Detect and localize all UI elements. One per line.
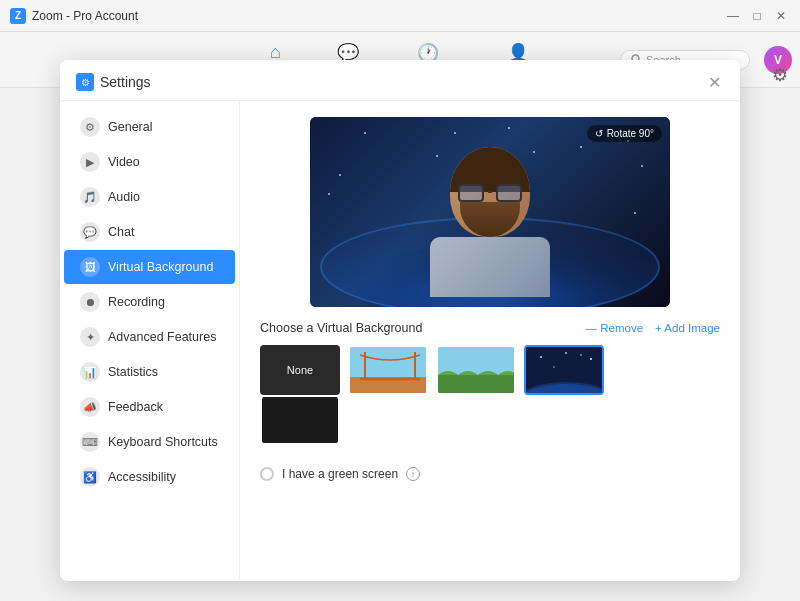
- general-icon: ⚙: [80, 117, 100, 137]
- glass-bridge: [488, 191, 492, 195]
- vbg-thumbnails-row2: [260, 395, 720, 445]
- rotate-button[interactable]: ↺ Rotate 90°: [587, 125, 662, 142]
- golden-gate-svg: [350, 347, 428, 395]
- close-button[interactable]: ✕: [772, 7, 790, 25]
- add-image-button[interactable]: + Add Image: [655, 322, 720, 334]
- person-glasses: [458, 182, 522, 204]
- virtual-bg-icon: 🖼: [80, 257, 100, 277]
- svg-point-12: [590, 358, 592, 360]
- app-icon: Z: [10, 8, 26, 24]
- preview-video-frame: [310, 117, 670, 307]
- thumb-none[interactable]: None: [260, 345, 340, 395]
- golden-gate-img: [350, 347, 426, 393]
- thumb-dark[interactable]: [260, 395, 340, 445]
- sidebar-item-general[interactable]: ⚙ General: [64, 110, 235, 144]
- svg-point-14: [580, 354, 582, 356]
- glass-left: [458, 184, 484, 202]
- sidebar-item-audio[interactable]: 🎵 Audio: [64, 180, 235, 214]
- green-screen-row: I have a green screen i: [260, 467, 720, 481]
- sidebar-label-accessibility: Accessibility: [108, 470, 176, 484]
- audio-icon: 🎵: [80, 187, 100, 207]
- green-screen-label: I have a green screen: [282, 467, 398, 481]
- sidebar-label-vbg: Virtual Background: [108, 260, 213, 274]
- app-title: Zoom - Pro Account: [32, 9, 138, 23]
- sidebar-label-advanced: Advanced Features: [108, 330, 216, 344]
- sidebar-label-recording: Recording: [108, 295, 165, 309]
- modal-header: ⚙ Settings ✕: [60, 60, 740, 101]
- info-icon[interactable]: i: [406, 467, 420, 481]
- sidebar-label-audio: Audio: [108, 190, 140, 204]
- svg-point-10: [540, 356, 542, 358]
- thumb-none-label: None: [287, 364, 313, 376]
- person-figure: [420, 147, 560, 307]
- sidebar-label-general: General: [108, 120, 152, 134]
- statistics-icon: 📊: [80, 362, 100, 382]
- remove-button[interactable]: — Remove: [586, 322, 644, 334]
- sidebar-item-keyboard[interactable]: ⌨ Keyboard Shortcuts: [64, 425, 235, 459]
- green-screen-radio[interactable]: [260, 467, 274, 481]
- person-body: [430, 237, 550, 297]
- green-field-img: [438, 347, 514, 393]
- sidebar-label-feedback: Feedback: [108, 400, 163, 414]
- modal-body: ⚙ General ▶ Video 🎵 Audio 💬 Chat 🖼 Virtu…: [60, 101, 740, 581]
- video-preview: ↺ Rotate 90°: [310, 117, 670, 307]
- accessibility-icon: ♿: [80, 467, 100, 487]
- dark-img: [262, 397, 338, 443]
- recording-icon: ⏺: [80, 292, 100, 312]
- sidebar-item-statistics[interactable]: 📊 Statistics: [64, 355, 235, 389]
- gear-icon[interactable]: ⚙: [772, 64, 788, 86]
- svg-rect-8: [438, 375, 516, 395]
- maximize-button[interactable]: □: [748, 7, 766, 25]
- chat-icon: 💬: [80, 222, 100, 242]
- window-controls: — □ ✕: [724, 7, 790, 25]
- thumb-golden-gate[interactable]: [348, 345, 428, 395]
- svg-rect-2: [350, 347, 428, 377]
- vbg-title: Choose a Virtual Background: [260, 321, 422, 335]
- thumb-green-field[interactable]: [436, 345, 516, 395]
- sidebar-item-video[interactable]: ▶ Video: [64, 145, 235, 179]
- sidebar-label-statistics: Statistics: [108, 365, 158, 379]
- thumb-space[interactable]: [524, 345, 604, 395]
- advanced-icon: ✦: [80, 327, 100, 347]
- modal-title: Settings: [100, 74, 151, 90]
- sidebar-item-accessibility[interactable]: ♿ Accessibility: [64, 460, 235, 494]
- sidebar-item-feedback[interactable]: 📣 Feedback: [64, 390, 235, 424]
- sidebar-item-advanced[interactable]: ✦ Advanced Features: [64, 320, 235, 354]
- vbg-thumbnails: None: [260, 345, 720, 395]
- settings-content: ↺ Rotate 90° Choose a Virtual Background…: [240, 101, 740, 581]
- keyboard-icon: ⌨: [80, 432, 100, 452]
- green-field-svg: [438, 347, 516, 395]
- sidebar-label-keyboard: Keyboard Shortcuts: [108, 435, 218, 449]
- space-img: [526, 347, 602, 393]
- sidebar-item-recording[interactable]: ⏺ Recording: [64, 285, 235, 319]
- person-beard: [460, 202, 520, 237]
- svg-point-11: [565, 352, 567, 354]
- sidebar-label-chat: Chat: [108, 225, 134, 239]
- svg-rect-7: [438, 347, 516, 375]
- glass-right: [496, 184, 522, 202]
- modal-close-button[interactable]: ✕: [704, 72, 724, 92]
- video-icon: ▶: [80, 152, 100, 172]
- svg-point-13: [553, 366, 555, 368]
- space-svg: [526, 347, 604, 395]
- modal-icon: ⚙: [76, 73, 94, 91]
- settings-sidebar: ⚙ General ▶ Video 🎵 Audio 💬 Chat 🖼 Virtu…: [60, 101, 240, 581]
- title-bar: Z Zoom - Pro Account — □ ✕: [0, 0, 800, 32]
- vbg-header: Choose a Virtual Background — Remove + A…: [260, 321, 720, 335]
- sidebar-item-chat[interactable]: 💬 Chat: [64, 215, 235, 249]
- rotate-label: Rotate 90°: [607, 128, 654, 139]
- sidebar-item-virtual-background[interactable]: 🖼 Virtual Background: [64, 250, 235, 284]
- settings-modal: ⚙ Settings ✕ ⚙ General ▶ Video 🎵 Audio 💬…: [60, 60, 740, 581]
- modal-title-row: ⚙ Settings: [76, 73, 151, 91]
- vbg-actions: — Remove + Add Image: [586, 322, 720, 334]
- vbg-section: Choose a Virtual Background — Remove + A…: [260, 321, 720, 445]
- person-head: [450, 147, 530, 237]
- feedback-icon: 📣: [80, 397, 100, 417]
- minimize-button[interactable]: —: [724, 7, 742, 25]
- rotate-icon: ↺: [595, 128, 603, 139]
- sidebar-label-video: Video: [108, 155, 140, 169]
